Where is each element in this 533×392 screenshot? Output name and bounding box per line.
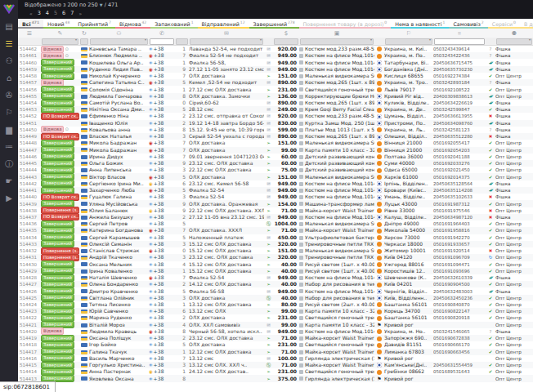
client-phone[interactable]: ◉+38 <box>149 147 175 154</box>
order-comment[interactable]: 23.12 смс. Кемел 56-58 <box>189 180 264 187</box>
delivery-city[interactable]: Пристроми, По.. <box>384 120 433 127</box>
order-comment[interactable]: 28.12 смс <box>189 106 264 113</box>
order-id[interactable]: 514417 <box>18 349 41 355</box>
order-comment[interactable]: ОЛХ доставка <box>189 73 264 79</box>
order-row[interactable]: 514444ЗавершенийАнна Липенська✳+38322.12… <box>18 167 533 173</box>
tab-Відправлений[interactable]: Відправлений12 <box>198 19 249 29</box>
ttn-number[interactable]: 0501690904500 <box>433 281 486 287</box>
client-phone[interactable]: ✳+38 <box>149 133 175 140</box>
order-id[interactable]: 514435 <box>18 227 41 234</box>
delivery-city[interactable]: Львів 79017 <box>384 87 433 93</box>
client-name[interactable]: Ирина Дидух <box>89 154 149 160</box>
client-phone[interactable]: ✳+38 <box>149 234 175 241</box>
order-comment[interactable]: Черный 56-58, хотела искл.. <box>189 328 264 335</box>
delivery-city[interactable]: Украина, м. Ль.. <box>384 127 433 133</box>
delivery-city[interactable]: Кислиця 68655 <box>384 73 433 79</box>
order-row[interactable]: 514450Відмова⊙Ковальова анна✳+38815.12. … <box>18 127 533 133</box>
client-phone[interactable]: ✳+38 <box>149 341 175 348</box>
order-row[interactable]: 514420ВідмоваЛюдмила Кравець◉+388Черный … <box>18 328 533 335</box>
client-phone[interactable]: ✳+38 <box>149 314 175 321</box>
order-id[interactable]: 514445 <box>18 160 41 167</box>
order-row[interactable]: 514459ЗавершенийРуденко Лидия Пав..◉+389… <box>18 66 533 73</box>
order-comment[interactable]: ОЛХ доставка <box>189 295 264 301</box>
filter-calls[interactable] <box>176 38 188 45</box>
product-name[interactable]: Майка-корсет Waist Trainer *142.. <box>299 207 374 214</box>
client-name[interactable]: Уляна Мусійовська <box>89 201 149 207</box>
order-row[interactable]: 514422ЗавершенийМарина Руденко✳+382ОЛХ д… <box>18 314 533 321</box>
client-name[interactable]: Юлия Баланюк <box>89 207 149 214</box>
product-name[interactable]: Гирлянда электрическая (100 л.. <box>299 376 374 382</box>
first-page-button[interactable]: « <box>29 11 33 16</box>
client-phone[interactable]: ✳+38 <box>149 261 175 268</box>
product-name[interactable]: Рисуй светом (1шт. х 40.00 = 40.. <box>299 261 374 268</box>
order-comment[interactable]: 14.12 смс ОЛХ доставка <box>189 281 264 287</box>
client-name[interactable]: Іващенко Юлія <box>89 120 149 127</box>
product-name[interactable]: Костюм на флисе Мод.1014 (1ш... <box>299 274 374 281</box>
orders-icon[interactable]: ☰ <box>0 35 18 52</box>
order-comment[interactable]: 13.12 смс ОЛХ. ХХЛ ч.. <box>189 362 264 368</box>
ttn-number[interactable]: 20450634098760 <box>433 120 486 127</box>
client-name[interactable]: Сергей Петров <box>89 220 149 227</box>
ttn-number[interactable]: 20450635114208 <box>433 187 486 194</box>
product-name[interactable]: Майка-корсет Waist Trainer *142.. <box>299 335 374 341</box>
order-comment[interactable]: Фиалка 52-54 <box>189 194 264 200</box>
ttn-number[interactable]: 0501691933657 <box>433 241 486 247</box>
delivery-city[interactable]: Дніпро 49000 <box>384 220 433 227</box>
dashboard-icon[interactable]: ▤ <box>0 18 18 35</box>
order-comment[interactable]: ОЛХ доставка <box>189 140 264 146</box>
order-comment[interactable]: 23.12 смс. отправка от Сокол.. <box>189 113 264 119</box>
client-name[interactable]: Сергей Карамышев <box>89 234 149 241</box>
ttn-number[interactable]: 20450636715475 <box>433 60 486 66</box>
order-comment[interactable]: 22.12 смс ОЛХ доставка. ХХЛ <box>189 207 264 214</box>
client-name[interactable]: Гуцалюк Галина <box>89 194 149 200</box>
product-name[interactable]: Машина-трансформер ламбо.. <box>299 201 374 207</box>
order-id[interactable]: 514456 <box>18 87 41 93</box>
order-row[interactable]: 514436ЗавершенийСергей Петров✳+385Ⓢ1004.… <box>18 220 533 227</box>
client-name[interactable]: Олена Бондаренко <box>89 281 149 287</box>
order-row[interactable]: 514415ЗавершенийГоргулько Христина..✳+38… <box>18 362 533 368</box>
product-name[interactable]: Набор для рисования в темнот.. <box>299 295 374 301</box>
ttn-number[interactable]: 0501692021450 <box>433 167 486 173</box>
product-name[interactable]: Майка-корсет Waist Trainer *142.. <box>299 349 374 355</box>
product-name[interactable]: Светящийся гоночный трек Ma.. <box>299 87 374 93</box>
delivery-city[interactable]: Запоріжжя 690.. <box>384 335 433 341</box>
delivery-city[interactable]: Житомир 10001 <box>384 247 433 254</box>
client-name[interactable]: Ковальова анна <box>89 127 149 133</box>
page-5[interactable]: 5 <box>54 10 57 16</box>
marketing-icon[interactable]: ⚐ <box>0 104 18 121</box>
product-name[interactable]: Тренировочные петли TRX Train.. <box>299 241 374 247</box>
order-comment[interactable]: 23.12 смс. ОЛХ доставка <box>189 335 264 341</box>
product-name[interactable]: Светящийся гоночный трек Ma.. <box>299 368 374 375</box>
client-phone[interactable]: ◉+38 <box>149 207 175 214</box>
product-name[interactable]: Костюм на флисе Мод.1014 (1ш... <box>299 288 374 295</box>
range-dropdown-caret[interactable]: ▼ <box>100 2 103 7</box>
ttn-number[interactable]: 0501690840870 <box>433 301 486 308</box>
client-phone[interactable]: ◉+38 <box>149 247 175 254</box>
product-name[interactable]: Карта памяти 10 класс - 32Гб *1.. <box>299 322 374 328</box>
order-comment[interactable]: 23.12 смс. ОЛХ доставка <box>189 254 264 261</box>
delivery-city[interactable]: Рівне 33000 <box>384 207 433 214</box>
order-id[interactable]: 514431 <box>18 254 41 261</box>
order-id[interactable]: 514416 <box>18 355 41 362</box>
order-id[interactable]: 514458 <box>18 73 41 79</box>
order-id[interactable]: 514461 <box>18 52 41 59</box>
order-id[interactable]: 514453 <box>18 106 41 113</box>
ttn-number[interactable]: 0501691093696 <box>433 268 486 274</box>
client-phone[interactable]: ✳+38 <box>149 160 175 167</box>
cart-icon[interactable]: ✇ <box>0 87 18 104</box>
settings-icon[interactable]: ≔ <box>0 138 18 155</box>
ttn-number[interactable]: 0501692274384 <box>433 73 486 79</box>
order-id[interactable]: 514433 <box>18 241 41 247</box>
client-name[interactable]: Анна Липенська <box>89 167 149 173</box>
client-phone[interactable]: ◉+38 <box>149 174 175 180</box>
order-comment[interactable]: 27.12 11-05 занято 23.12 смс .. <box>189 66 264 73</box>
product-name[interactable]: Костюм мод.233 разм.48-58 (1... <box>299 46 374 52</box>
delivery-city[interactable]: Вінниця 21000 <box>384 147 433 154</box>
product-name[interactable]: Маленькая видеокамера SQ8 *.. <box>299 220 374 227</box>
client-phone[interactable]: ✳+38 <box>149 93 175 100</box>
delivery-city[interactable]: Украина, м. Но.. <box>384 328 433 335</box>
order-row[interactable]: 514440ПО Возврат ск..Гуцалюк Галина✳+383… <box>18 194 533 200</box>
order-id[interactable]: 514443 <box>18 174 41 180</box>
person-icon[interactable]: ⚉ <box>495 29 533 38</box>
order-id[interactable]: 514462 <box>18 46 41 52</box>
